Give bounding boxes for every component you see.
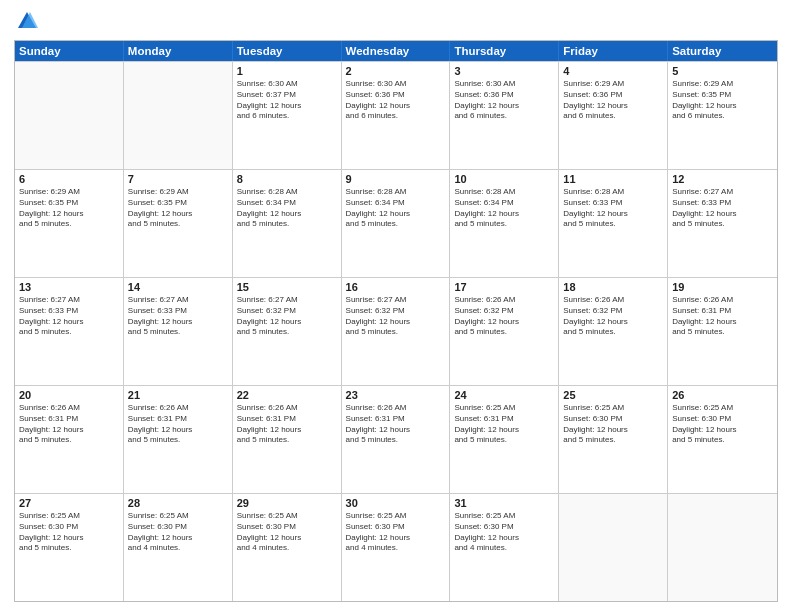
day-number: 21 <box>128 389 228 401</box>
day-number: 15 <box>237 281 337 293</box>
day-info: Sunrise: 6:27 AM Sunset: 6:32 PM Dayligh… <box>346 295 446 338</box>
calendar-header: SundayMondayTuesdayWednesdayThursdayFrid… <box>15 41 777 61</box>
cal-header-tuesday: Tuesday <box>233 41 342 61</box>
day-info: Sunrise: 6:27 AM Sunset: 6:33 PM Dayligh… <box>128 295 228 338</box>
day-info: Sunrise: 6:25 AM Sunset: 6:30 PM Dayligh… <box>346 511 446 554</box>
cal-day-12: 12Sunrise: 6:27 AM Sunset: 6:33 PM Dayli… <box>668 170 777 277</box>
day-info: Sunrise: 6:26 AM Sunset: 6:32 PM Dayligh… <box>563 295 663 338</box>
logo-icon <box>16 10 38 32</box>
day-info: Sunrise: 6:25 AM Sunset: 6:31 PM Dayligh… <box>454 403 554 446</box>
cal-week-4: 20Sunrise: 6:26 AM Sunset: 6:31 PM Dayli… <box>15 385 777 493</box>
cal-day-28: 28Sunrise: 6:25 AM Sunset: 6:30 PM Dayli… <box>124 494 233 601</box>
day-number: 25 <box>563 389 663 401</box>
day-number: 26 <box>672 389 773 401</box>
cal-day-27: 27Sunrise: 6:25 AM Sunset: 6:30 PM Dayli… <box>15 494 124 601</box>
cal-day-empty <box>668 494 777 601</box>
day-number: 22 <box>237 389 337 401</box>
day-info: Sunrise: 6:25 AM Sunset: 6:30 PM Dayligh… <box>454 511 554 554</box>
day-number: 30 <box>346 497 446 509</box>
day-info: Sunrise: 6:26 AM Sunset: 6:31 PM Dayligh… <box>19 403 119 446</box>
day-number: 16 <box>346 281 446 293</box>
cal-week-2: 6Sunrise: 6:29 AM Sunset: 6:35 PM Daylig… <box>15 169 777 277</box>
cal-day-3: 3Sunrise: 6:30 AM Sunset: 6:36 PM Daylig… <box>450 62 559 169</box>
day-number: 7 <box>128 173 228 185</box>
cal-week-1: 1Sunrise: 6:30 AM Sunset: 6:37 PM Daylig… <box>15 61 777 169</box>
day-info: Sunrise: 6:25 AM Sunset: 6:30 PM Dayligh… <box>563 403 663 446</box>
day-info: Sunrise: 6:26 AM Sunset: 6:31 PM Dayligh… <box>672 295 773 338</box>
day-info: Sunrise: 6:25 AM Sunset: 6:30 PM Dayligh… <box>128 511 228 554</box>
cal-header-wednesday: Wednesday <box>342 41 451 61</box>
day-number: 29 <box>237 497 337 509</box>
day-number: 17 <box>454 281 554 293</box>
cal-day-24: 24Sunrise: 6:25 AM Sunset: 6:31 PM Dayli… <box>450 386 559 493</box>
calendar: SundayMondayTuesdayWednesdayThursdayFrid… <box>14 40 778 602</box>
day-number: 4 <box>563 65 663 77</box>
day-number: 2 <box>346 65 446 77</box>
day-info: Sunrise: 6:28 AM Sunset: 6:34 PM Dayligh… <box>237 187 337 230</box>
cal-day-13: 13Sunrise: 6:27 AM Sunset: 6:33 PM Dayli… <box>15 278 124 385</box>
day-info: Sunrise: 6:30 AM Sunset: 6:37 PM Dayligh… <box>237 79 337 122</box>
cal-week-3: 13Sunrise: 6:27 AM Sunset: 6:33 PM Dayli… <box>15 277 777 385</box>
day-info: Sunrise: 6:25 AM Sunset: 6:30 PM Dayligh… <box>672 403 773 446</box>
day-info: Sunrise: 6:30 AM Sunset: 6:36 PM Dayligh… <box>346 79 446 122</box>
day-number: 3 <box>454 65 554 77</box>
day-number: 5 <box>672 65 773 77</box>
day-number: 27 <box>19 497 119 509</box>
cal-day-20: 20Sunrise: 6:26 AM Sunset: 6:31 PM Dayli… <box>15 386 124 493</box>
day-info: Sunrise: 6:28 AM Sunset: 6:34 PM Dayligh… <box>346 187 446 230</box>
cal-day-26: 26Sunrise: 6:25 AM Sunset: 6:30 PM Dayli… <box>668 386 777 493</box>
day-info: Sunrise: 6:28 AM Sunset: 6:34 PM Dayligh… <box>454 187 554 230</box>
cal-day-23: 23Sunrise: 6:26 AM Sunset: 6:31 PM Dayli… <box>342 386 451 493</box>
day-info: Sunrise: 6:30 AM Sunset: 6:36 PM Dayligh… <box>454 79 554 122</box>
cal-day-30: 30Sunrise: 6:25 AM Sunset: 6:30 PM Dayli… <box>342 494 451 601</box>
cal-day-15: 15Sunrise: 6:27 AM Sunset: 6:32 PM Dayli… <box>233 278 342 385</box>
cal-header-thursday: Thursday <box>450 41 559 61</box>
day-number: 18 <box>563 281 663 293</box>
calendar-body: 1Sunrise: 6:30 AM Sunset: 6:37 PM Daylig… <box>15 61 777 601</box>
day-number: 31 <box>454 497 554 509</box>
cal-day-31: 31Sunrise: 6:25 AM Sunset: 6:30 PM Dayli… <box>450 494 559 601</box>
cal-week-5: 27Sunrise: 6:25 AM Sunset: 6:30 PM Dayli… <box>15 493 777 601</box>
day-info: Sunrise: 6:26 AM Sunset: 6:31 PM Dayligh… <box>128 403 228 446</box>
day-info: Sunrise: 6:29 AM Sunset: 6:36 PM Dayligh… <box>563 79 663 122</box>
cal-day-14: 14Sunrise: 6:27 AM Sunset: 6:33 PM Dayli… <box>124 278 233 385</box>
day-info: Sunrise: 6:27 AM Sunset: 6:33 PM Dayligh… <box>672 187 773 230</box>
cal-day-empty <box>124 62 233 169</box>
day-info: Sunrise: 6:29 AM Sunset: 6:35 PM Dayligh… <box>672 79 773 122</box>
day-number: 20 <box>19 389 119 401</box>
cal-day-18: 18Sunrise: 6:26 AM Sunset: 6:32 PM Dayli… <box>559 278 668 385</box>
logo <box>14 10 38 32</box>
cal-day-21: 21Sunrise: 6:26 AM Sunset: 6:31 PM Dayli… <box>124 386 233 493</box>
day-number: 23 <box>346 389 446 401</box>
day-number: 14 <box>128 281 228 293</box>
cal-day-11: 11Sunrise: 6:28 AM Sunset: 6:33 PM Dayli… <box>559 170 668 277</box>
day-info: Sunrise: 6:29 AM Sunset: 6:35 PM Dayligh… <box>19 187 119 230</box>
day-number: 28 <box>128 497 228 509</box>
cal-header-sunday: Sunday <box>15 41 124 61</box>
day-number: 1 <box>237 65 337 77</box>
cal-header-monday: Monday <box>124 41 233 61</box>
day-info: Sunrise: 6:27 AM Sunset: 6:33 PM Dayligh… <box>19 295 119 338</box>
cal-day-1: 1Sunrise: 6:30 AM Sunset: 6:37 PM Daylig… <box>233 62 342 169</box>
day-number: 11 <box>563 173 663 185</box>
cal-day-29: 29Sunrise: 6:25 AM Sunset: 6:30 PM Dayli… <box>233 494 342 601</box>
day-number: 8 <box>237 173 337 185</box>
day-number: 6 <box>19 173 119 185</box>
cal-day-5: 5Sunrise: 6:29 AM Sunset: 6:35 PM Daylig… <box>668 62 777 169</box>
cal-day-7: 7Sunrise: 6:29 AM Sunset: 6:35 PM Daylig… <box>124 170 233 277</box>
day-info: Sunrise: 6:26 AM Sunset: 6:31 PM Dayligh… <box>237 403 337 446</box>
day-info: Sunrise: 6:28 AM Sunset: 6:33 PM Dayligh… <box>563 187 663 230</box>
cal-day-9: 9Sunrise: 6:28 AM Sunset: 6:34 PM Daylig… <box>342 170 451 277</box>
day-info: Sunrise: 6:27 AM Sunset: 6:32 PM Dayligh… <box>237 295 337 338</box>
cal-header-saturday: Saturday <box>668 41 777 61</box>
day-number: 12 <box>672 173 773 185</box>
cal-day-empty <box>15 62 124 169</box>
header <box>14 10 778 32</box>
cal-day-empty <box>559 494 668 601</box>
cal-day-6: 6Sunrise: 6:29 AM Sunset: 6:35 PM Daylig… <box>15 170 124 277</box>
cal-day-17: 17Sunrise: 6:26 AM Sunset: 6:32 PM Dayli… <box>450 278 559 385</box>
cal-day-22: 22Sunrise: 6:26 AM Sunset: 6:31 PM Dayli… <box>233 386 342 493</box>
cal-day-10: 10Sunrise: 6:28 AM Sunset: 6:34 PM Dayli… <box>450 170 559 277</box>
day-number: 10 <box>454 173 554 185</box>
day-info: Sunrise: 6:26 AM Sunset: 6:31 PM Dayligh… <box>346 403 446 446</box>
